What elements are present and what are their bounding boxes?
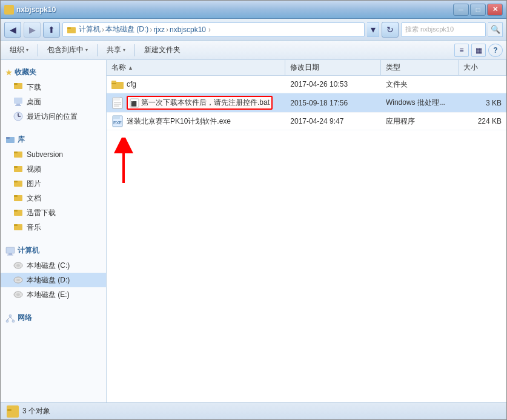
sidebar-item-subversion[interactable]: Subversion bbox=[1, 147, 106, 162]
col-date-label: 修改日期 bbox=[290, 62, 319, 73]
computer-header: 计算机 bbox=[1, 243, 106, 258]
sidebar-item-thunder[interactable]: 迅雷下载 bbox=[1, 205, 106, 220]
svg-point-38 bbox=[6, 320, 8, 322]
col-name-label: 名称 bbox=[111, 62, 126, 73]
sidebar-item-download[interactable]: 下载 bbox=[1, 80, 106, 95]
new-folder-button[interactable]: 新建文件夹 bbox=[139, 42, 186, 58]
svg-point-39 bbox=[12, 320, 15, 322]
sidebar-item-drive-e[interactable]: 本地磁盘 (E:) bbox=[1, 287, 106, 302]
help-button[interactable]: ? bbox=[488, 44, 503, 57]
new-folder-label: 新建文件夹 bbox=[144, 45, 181, 55]
computer-label: 计算机 bbox=[18, 245, 39, 256]
drive-e-label: 本地磁盘 (E:) bbox=[27, 290, 70, 300]
close-button[interactable]: ✕ bbox=[487, 4, 503, 16]
svg-point-36 bbox=[16, 293, 20, 296]
sidebar-item-drive-c[interactable]: 本地磁盘 (C:) bbox=[1, 258, 106, 273]
drive-d-icon bbox=[13, 275, 24, 285]
forward-button[interactable]: ▶ bbox=[24, 22, 41, 38]
window-title: nxbjscpk10 bbox=[16, 5, 56, 14]
svg-rect-17 bbox=[14, 152, 18, 153]
file-area: 名称 ▲ 修改日期 类型 大小 bbox=[107, 60, 506, 402]
svg-point-34 bbox=[16, 279, 20, 281]
recent-icon bbox=[13, 111, 24, 122]
sidebar-item-desktop[interactable]: 桌面 bbox=[1, 95, 106, 109]
minimize-button[interactable]: ─ bbox=[453, 4, 469, 16]
col-type-label: 类型 bbox=[386, 62, 400, 73]
sidebar-item-music[interactable]: 音乐 bbox=[1, 220, 106, 235]
address-bar[interactable]: 计算机 › 本地磁盘 (D:) › rjxz › nxbjscpk10 › bbox=[62, 22, 365, 37]
network-section: 网络 bbox=[1, 310, 106, 325]
folder-icon-cfg bbox=[111, 78, 124, 90]
svg-text:EXE: EXE bbox=[113, 121, 122, 125]
subversion-icon bbox=[13, 149, 24, 160]
status-bar: 3 个对象 bbox=[1, 402, 506, 419]
sort-arrow: ▲ bbox=[128, 65, 133, 71]
favorites-section: ★ 收藏夹 下载 桌面 bbox=[1, 65, 106, 124]
column-name-header[interactable]: 名称 ▲ bbox=[107, 60, 285, 75]
drive-e-icon bbox=[13, 289, 24, 300]
file-type-bat: Windows 批处理... bbox=[381, 96, 459, 109]
network-header: 网络 bbox=[1, 310, 106, 325]
sidebar-sep2 bbox=[1, 237, 106, 243]
search-bar[interactable]: 搜索 nxbjscpk10 bbox=[401, 22, 486, 37]
address-part: 本地磁盘 (D:) bbox=[105, 24, 148, 35]
recent-label: 最近访问的位置 bbox=[27, 112, 78, 122]
view-mode-button[interactable]: ▦ bbox=[471, 44, 486, 57]
file-list: cfg 2017-04-26 10:53 文件夹 ⬛ 第一次下载本软件后， bbox=[107, 76, 506, 402]
status-folder-icon bbox=[7, 405, 19, 418]
share-label: 共享 bbox=[107, 45, 121, 55]
drive-d-label: 本地磁盘 (D:) bbox=[27, 275, 70, 285]
refresh-button[interactable]: ↻ bbox=[382, 22, 399, 38]
sidebar-item-documents[interactable]: 文档 bbox=[1, 191, 106, 205]
file-name-cfg: cfg bbox=[107, 77, 285, 92]
svg-rect-23 bbox=[14, 195, 18, 197]
file-size-cfg bbox=[459, 83, 506, 85]
sidebar: ★ 收藏夹 下载 桌面 bbox=[1, 60, 107, 402]
documents-icon bbox=[13, 193, 24, 204]
toolbar: 组织 ▾ 包含到库中 ▾ 共享 ▾ 新建文件夹 ≡ ▦ ? bbox=[1, 41, 506, 60]
address-part: 计算机 bbox=[79, 24, 101, 35]
computer-section: 计算机 本地磁盘 (C:) 本地磁盘 (D:) bbox=[1, 243, 106, 302]
svg-rect-19 bbox=[14, 166, 18, 168]
share-arrow: ▾ bbox=[123, 47, 125, 53]
status-count: 3 个对象 bbox=[22, 406, 50, 416]
column-type-header[interactable]: 类型 bbox=[381, 60, 459, 75]
sidebar-item-recent[interactable]: 最近访问的位置 bbox=[1, 109, 106, 124]
svg-rect-30 bbox=[7, 255, 13, 256]
address-dropdown[interactable]: ▾ bbox=[367, 22, 379, 37]
filename-exe: 迷装北京赛车PK10计划软件.exe bbox=[127, 116, 231, 127]
window-controls: ─ □ ✕ bbox=[453, 4, 503, 16]
file-row-exe[interactable]: EXE 迷装北京赛车PK10计划软件.exe 2017-04-24 9:47 应… bbox=[107, 113, 506, 130]
pictures-label: 图片 bbox=[27, 179, 41, 189]
toolbar-separator bbox=[38, 44, 38, 56]
svg-point-32 bbox=[16, 264, 20, 267]
sidebar-item-pictures[interactable]: 图片 bbox=[1, 176, 106, 191]
share-button[interactable]: 共享 ▾ bbox=[101, 42, 131, 58]
title-bar: nxbjscpk10 ─ □ ✕ bbox=[1, 1, 506, 19]
up-button[interactable]: ⬆ bbox=[43, 22, 60, 38]
file-row-cfg[interactable]: cfg 2017-04-26 10:53 文件夹 bbox=[107, 76, 506, 93]
file-row-bat[interactable]: ⬛ 第一次下载本软件后，请先注册控件.bat 2015-09-18 17:56 … bbox=[107, 93, 506, 113]
sidebar-item-video[interactable]: 视频 bbox=[1, 162, 106, 176]
svg-rect-27 bbox=[14, 224, 18, 226]
nav-bar: ◀ ▶ ⬆ 计算机 › 本地磁盘 (D:) › rjxz › nxbjscpk1… bbox=[1, 19, 506, 41]
search-button[interactable]: 🔍 bbox=[488, 22, 503, 37]
svg-rect-53 bbox=[113, 116, 120, 119]
column-size-header[interactable]: 大小 bbox=[459, 60, 506, 75]
main-area: ★ 收藏夹 下载 桌面 bbox=[1, 60, 506, 402]
svg-rect-2 bbox=[5, 10, 8, 13]
back-button[interactable]: ◀ bbox=[4, 22, 21, 38]
svg-rect-29 bbox=[8, 253, 12, 255]
svg-text:⬛: ⬛ bbox=[131, 101, 137, 107]
svg-rect-46 bbox=[113, 98, 120, 101]
view-options-button[interactable]: ≡ bbox=[454, 44, 469, 57]
include-library-button[interactable]: 包含到库中 ▾ bbox=[42, 42, 93, 58]
organize-button[interactable]: 组织 ▾ bbox=[4, 42, 34, 58]
sidebar-item-drive-d[interactable]: 本地磁盘 (D:) bbox=[1, 273, 106, 287]
desktop-label: 桌面 bbox=[27, 97, 41, 107]
svg-line-41 bbox=[10, 317, 13, 320]
include-library-label: 包含到库中 bbox=[47, 45, 84, 55]
svg-rect-7 bbox=[14, 83, 18, 85]
maximize-button[interactable]: □ bbox=[470, 4, 486, 16]
column-date-header[interactable]: 修改日期 bbox=[285, 60, 381, 75]
